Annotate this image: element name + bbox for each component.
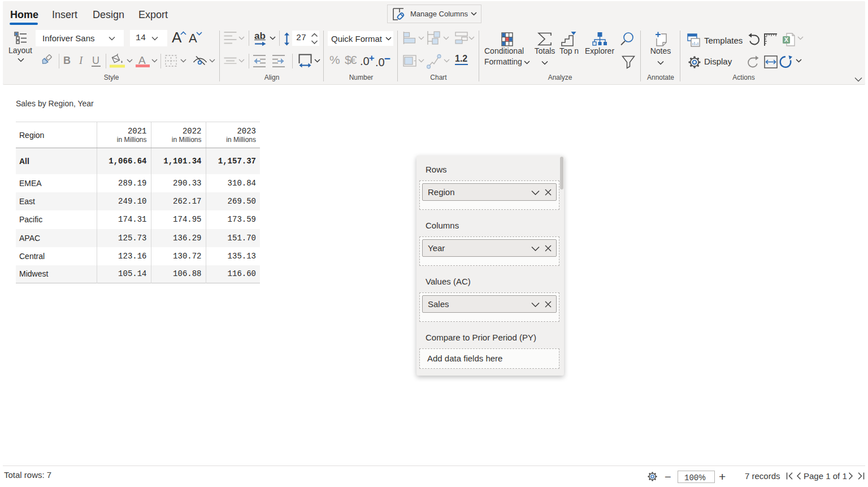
svg-text:X: X: [784, 36, 789, 43]
